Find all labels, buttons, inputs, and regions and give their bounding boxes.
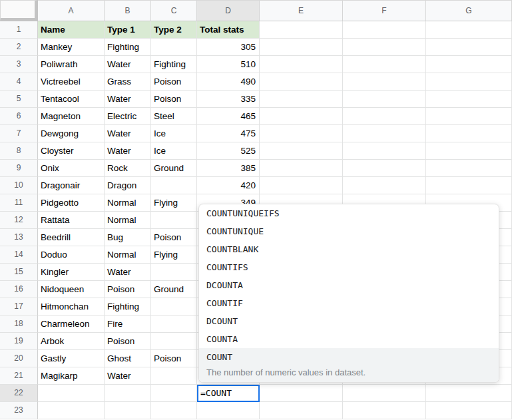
cell-C18[interactable]: [151, 315, 197, 333]
cell-A3[interactable]: Poliwrath: [38, 56, 105, 73]
cell-B23[interactable]: [105, 402, 151, 419]
cell-A22[interactable]: [38, 385, 105, 402]
cell-G6[interactable]: [426, 108, 512, 125]
cell-E1[interactable]: [260, 21, 343, 39]
row-header-14[interactable]: 14: [0, 246, 38, 264]
row-header-10[interactable]: 10: [0, 177, 38, 194]
cell-A13[interactable]: Beedrill: [38, 229, 105, 246]
cell-G10[interactable]: [426, 177, 512, 194]
autocomplete-selected-function-name[interactable]: COUNT: [199, 349, 499, 366]
column-header-D[interactable]: D: [197, 0, 260, 21]
active-cell-input[interactable]: =COUNT: [197, 385, 260, 402]
cell-B11[interactable]: Normal: [105, 194, 151, 212]
cell-C13[interactable]: Poison: [151, 229, 197, 246]
cell-C20[interactable]: Poison: [151, 350, 197, 367]
cell-B17[interactable]: Fighting: [105, 298, 151, 315]
row-header-15[interactable]: 15: [0, 264, 38, 281]
row-header-4[interactable]: 4: [0, 73, 38, 91]
cell-D8[interactable]: 525: [197, 142, 260, 160]
cell-A9[interactable]: Onix: [38, 160, 105, 177]
cell-B9[interactable]: Rock: [105, 160, 151, 177]
cell-G1[interactable]: [426, 21, 512, 39]
cell-F2[interactable]: [343, 39, 426, 56]
cell-C12[interactable]: [151, 212, 197, 229]
cell-B4[interactable]: Grass: [105, 73, 151, 91]
row-header-2[interactable]: 2: [0, 39, 38, 56]
cell-C2[interactable]: [151, 39, 197, 56]
cell-C23[interactable]: [151, 402, 197, 419]
cell-F1[interactable]: [343, 21, 426, 39]
cell-A8[interactable]: Cloyster: [38, 142, 105, 160]
row-header-16[interactable]: 16: [0, 281, 38, 298]
select-all-corner[interactable]: [0, 0, 38, 21]
cell-C5[interactable]: Poison: [151, 91, 197, 108]
row-header-7[interactable]: 7: [0, 125, 38, 142]
row-header-21[interactable]: 21: [0, 367, 38, 385]
cell-B5[interactable]: Water: [105, 91, 151, 108]
cell-D10[interactable]: 420: [197, 177, 260, 194]
row-header-23[interactable]: 23: [0, 402, 38, 419]
cell-C6[interactable]: Steel: [151, 108, 197, 125]
cell-G4[interactable]: [426, 73, 512, 91]
cell-F3[interactable]: [343, 56, 426, 73]
cell-G9[interactable]: [426, 160, 512, 177]
row-header-19[interactable]: 19: [0, 333, 38, 350]
row-header-11[interactable]: 11: [0, 194, 38, 212]
cell-A20[interactable]: Gastly: [38, 350, 105, 367]
column-header-G[interactable]: G: [426, 0, 512, 21]
autocomplete-item[interactable]: DCOUNTA: [199, 276, 499, 294]
row-header-8[interactable]: 8: [0, 142, 38, 160]
cell-D6[interactable]: 465: [197, 108, 260, 125]
autocomplete-item[interactable]: COUNTUNIQUEIFS: [199, 204, 499, 222]
cell-D7[interactable]: 475: [197, 125, 260, 142]
cell-C4[interactable]: Poison: [151, 73, 197, 91]
cell-C1[interactable]: Type 2: [151, 21, 197, 39]
cell-C11[interactable]: Flying: [151, 194, 197, 212]
cell-A23[interactable]: [38, 402, 105, 419]
cell-B8[interactable]: Water: [105, 142, 151, 160]
row-header-13[interactable]: 13: [0, 229, 38, 246]
row-header-22[interactable]: 22: [0, 385, 38, 402]
cell-D3[interactable]: 510: [197, 56, 260, 73]
cell-B18[interactable]: Fire: [105, 315, 151, 333]
cell-E3[interactable]: [260, 56, 343, 73]
cell-C15[interactable]: [151, 264, 197, 281]
cell-E4[interactable]: [260, 73, 343, 91]
cell-A17[interactable]: Hitmonchan: [38, 298, 105, 315]
cell-D1[interactable]: Total stats: [197, 21, 260, 39]
cell-C19[interactable]: [151, 333, 197, 350]
cell-B21[interactable]: Water: [105, 367, 151, 385]
autocomplete-item[interactable]: DCOUNT: [199, 312, 499, 330]
cell-B20[interactable]: Ghost: [105, 350, 151, 367]
cell-F4[interactable]: [343, 73, 426, 91]
cell-B1[interactable]: Type 1: [105, 21, 151, 39]
cell-C8[interactable]: Ice: [151, 142, 197, 160]
cell-F7[interactable]: [343, 125, 426, 142]
cell-B15[interactable]: Water: [105, 264, 151, 281]
cell-E5[interactable]: [260, 91, 343, 108]
cell-E10[interactable]: [260, 177, 343, 194]
column-header-F[interactable]: F: [343, 0, 426, 21]
row-header-20[interactable]: 20: [0, 350, 38, 367]
cell-B16[interactable]: Poison: [105, 281, 151, 298]
row-header-9[interactable]: 9: [0, 160, 38, 177]
cell-A19[interactable]: Arbok: [38, 333, 105, 350]
cell-F5[interactable]: [343, 91, 426, 108]
cell-C3[interactable]: Fighting: [151, 56, 197, 73]
cell-C7[interactable]: Ice: [151, 125, 197, 142]
cell-A12[interactable]: Rattata: [38, 212, 105, 229]
cell-A18[interactable]: Charmeleon: [38, 315, 105, 333]
cell-E22[interactable]: [260, 385, 343, 402]
cell-D9[interactable]: 385: [197, 160, 260, 177]
cell-F9[interactable]: [343, 160, 426, 177]
cell-G8[interactable]: [426, 142, 512, 160]
cell-A11[interactable]: Pidgeotto: [38, 194, 105, 212]
cell-F10[interactable]: [343, 177, 426, 194]
cell-C21[interactable]: [151, 367, 197, 385]
cell-E2[interactable]: [260, 39, 343, 56]
autocomplete-item[interactable]: COUNTIF: [199, 294, 499, 312]
cell-B13[interactable]: Bug: [105, 229, 151, 246]
row-header-12[interactable]: 12: [0, 212, 38, 229]
cell-A16[interactable]: Nidoqueen: [38, 281, 105, 298]
cell-A15[interactable]: Kingler: [38, 264, 105, 281]
